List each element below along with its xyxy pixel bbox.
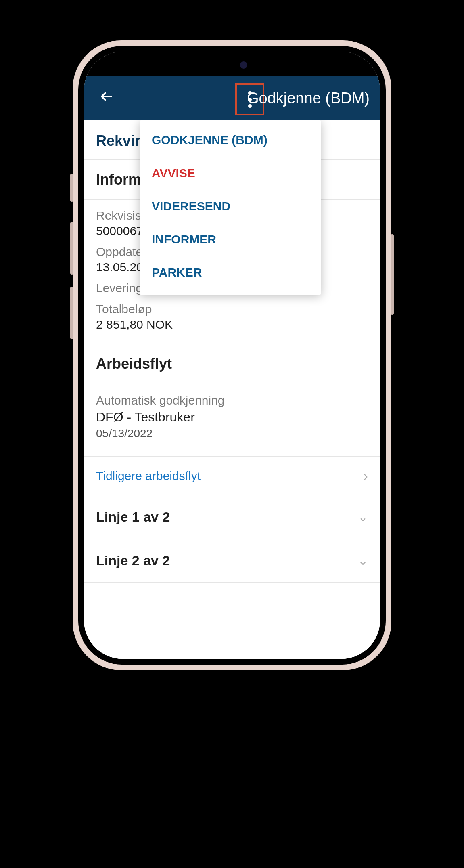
section-workflow: Arbeidsflyt: [84, 344, 380, 384]
chevron-down-icon: ⌄: [358, 554, 368, 568]
menu-park[interactable]: PARKER: [140, 256, 321, 289]
menu-approve[interactable]: GODKJENNE (BDM): [140, 124, 321, 157]
notch: [176, 52, 288, 76]
page-title: Godkjenne (BDM): [247, 90, 370, 107]
phone-bezel: Godkjenne (BDM) Rekvire Informa Rekvisis…: [78, 46, 386, 665]
arrow-left-icon: [99, 89, 114, 104]
field-total: Totalbeløp 2 851,80 NOK: [96, 302, 368, 331]
menu-inform[interactable]: INFORMER: [140, 223, 321, 256]
menu-forward[interactable]: VIDERESEND: [140, 190, 321, 223]
chevron-down-icon: ⌄: [358, 510, 368, 524]
actions-popup: GODKJENNE (BDM) AVVISE VIDERESEND INFORM…: [140, 120, 321, 295]
chevron-right-icon: ›: [364, 468, 368, 484]
app-header: Godkjenne (BDM): [84, 76, 380, 120]
line-1-row[interactable]: Linje 1 av 2 ⌄: [84, 495, 380, 539]
workflow-auto-label: Automatisk godkjenning: [96, 394, 368, 407]
line-2-label: Linje 2 av 2: [96, 553, 170, 568]
menu-reject[interactable]: AVVISE: [140, 157, 321, 190]
volume-mute-button: [70, 174, 73, 202]
back-button[interactable]: [95, 85, 118, 111]
line-1-label: Linje 1 av 2: [96, 509, 170, 525]
power-button: [391, 234, 394, 315]
phone-frame: Godkjenne (BDM) Rekvire Informa Rekvisis…: [73, 40, 391, 670]
total-value: 2 851,80 NOK: [96, 318, 368, 331]
volume-up-button: [70, 222, 73, 275]
content-area: Rekvire Informa Rekvisis 500006775 Oppda…: [84, 120, 380, 659]
previous-workflow-label: Tidligere arbeidsflyt: [96, 469, 201, 483]
line-2-row[interactable]: Linje 2 av 2 ⌄: [84, 539, 380, 583]
workflow-block: Automatisk godkjenning DFØ - Testbruker …: [84, 384, 380, 456]
screen: Godkjenne (BDM) Rekvire Informa Rekvisis…: [84, 52, 380, 659]
total-label: Totalbeløp: [96, 302, 368, 316]
workflow-user: DFØ - Testbruker: [96, 410, 368, 425]
volume-down-button: [70, 287, 73, 339]
previous-workflow-link[interactable]: Tidligere arbeidsflyt ›: [84, 456, 380, 495]
workflow-date: 05/13/2022: [96, 427, 368, 440]
